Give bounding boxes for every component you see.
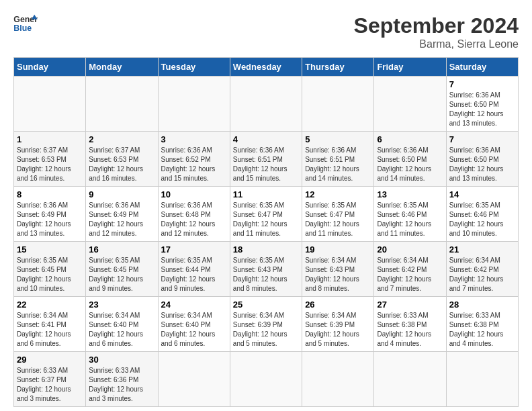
page-header: General Blue September 2024 Barma, Sierr… bbox=[13, 13, 519, 50]
day-info: Sunrise: 6:36 AMSunset: 6:50 PMDaylight:… bbox=[377, 146, 431, 182]
calendar-table: SundayMondayTuesdayWednesdayThursdayFrid… bbox=[13, 57, 519, 407]
day-info: Sunrise: 6:34 AMSunset: 6:43 PMDaylight:… bbox=[305, 257, 359, 292]
day-info: Sunrise: 6:36 AMSunset: 6:52 PMDaylight:… bbox=[161, 146, 216, 182]
title-section: September 2024 Barma, Sierra Leone bbox=[354, 13, 519, 50]
day-number: 28 bbox=[449, 300, 515, 310]
calendar-cell: 2Sunrise: 6:37 AMSunset: 6:53 PMDaylight… bbox=[86, 132, 158, 187]
calendar-cell: 1Sunrise: 6:37 AMSunset: 6:53 PMDaylight… bbox=[14, 132, 86, 187]
day-number: 20 bbox=[377, 244, 443, 255]
calendar-cell bbox=[158, 77, 230, 132]
calendar-cell: 30Sunrise: 6:33 AMSunset: 6:36 PMDayligh… bbox=[86, 352, 158, 407]
day-number: 2 bbox=[89, 134, 154, 144]
day-info: Sunrise: 6:35 AMSunset: 6:45 PMDaylight:… bbox=[17, 257, 71, 292]
day-number: 24 bbox=[161, 300, 227, 310]
day-info: Sunrise: 6:34 AMSunset: 6:40 PMDaylight:… bbox=[89, 312, 143, 347]
calendar-cell: 6Sunrise: 6:36 AMSunset: 6:50 PMDaylight… bbox=[374, 132, 446, 187]
calendar-body: 7Sunrise: 6:36 AMSunset: 6:50 PMDaylight… bbox=[14, 77, 519, 407]
day-number: 1 bbox=[17, 134, 83, 144]
calendar-week-2: 8Sunrise: 6:36 AMSunset: 6:49 PMDaylight… bbox=[14, 187, 519, 242]
day-info: Sunrise: 6:35 AMSunset: 6:43 PMDaylight:… bbox=[233, 257, 287, 292]
calendar-cell: 12Sunrise: 6:35 AMSunset: 6:47 PMDayligh… bbox=[302, 187, 374, 242]
calendar-cell: 3Sunrise: 6:36 AMSunset: 6:52 PMDaylight… bbox=[158, 132, 230, 187]
calendar-cell: 17Sunrise: 6:35 AMSunset: 6:44 PMDayligh… bbox=[158, 242, 230, 297]
calendar-cell: 7Sunrise: 6:36 AMSunset: 6:50 PMDaylight… bbox=[446, 132, 518, 187]
calendar-cell: 22Sunrise: 6:34 AMSunset: 6:41 PMDayligh… bbox=[14, 297, 86, 352]
day-info: Sunrise: 6:34 AMSunset: 6:42 PMDaylight:… bbox=[449, 257, 504, 292]
calendar-cell: 19Sunrise: 6:34 AMSunset: 6:43 PMDayligh… bbox=[302, 242, 374, 297]
day-number: 26 bbox=[305, 300, 371, 310]
day-info: Sunrise: 6:34 AMSunset: 6:39 PMDaylight:… bbox=[305, 312, 359, 347]
day-number: 14 bbox=[449, 189, 515, 199]
day-info: Sunrise: 6:37 AMSunset: 6:53 PMDaylight:… bbox=[89, 146, 143, 182]
day-info: Sunrise: 6:35 AMSunset: 6:44 PMDaylight:… bbox=[161, 257, 216, 292]
day-number: 22 bbox=[17, 300, 83, 310]
calendar-cell: 26Sunrise: 6:34 AMSunset: 6:39 PMDayligh… bbox=[302, 297, 374, 352]
day-number: 25 bbox=[233, 300, 299, 310]
day-number: 5 bbox=[305, 134, 371, 144]
day-info: Sunrise: 6:35 AMSunset: 6:45 PMDaylight:… bbox=[89, 257, 143, 292]
calendar-cell: 21Sunrise: 6:34 AMSunset: 6:42 PMDayligh… bbox=[446, 242, 518, 297]
calendar-cell: 11Sunrise: 6:35 AMSunset: 6:47 PMDayligh… bbox=[230, 187, 302, 242]
calendar-cell bbox=[302, 77, 374, 132]
day-number: 7 bbox=[449, 79, 515, 89]
day-info: Sunrise: 6:34 AMSunset: 6:42 PMDaylight:… bbox=[377, 257, 431, 292]
calendar-cell: 13Sunrise: 6:35 AMSunset: 6:46 PMDayligh… bbox=[374, 187, 446, 242]
calendar-cell bbox=[374, 352, 446, 407]
calendar-cell: 15Sunrise: 6:35 AMSunset: 6:45 PMDayligh… bbox=[14, 242, 86, 297]
calendar-cell: 10Sunrise: 6:36 AMSunset: 6:48 PMDayligh… bbox=[158, 187, 230, 242]
calendar-week-5: 29Sunrise: 6:33 AMSunset: 6:37 PMDayligh… bbox=[14, 352, 519, 407]
day-number: 8 bbox=[17, 189, 83, 199]
weekday-thursday: Thursday bbox=[302, 58, 374, 77]
day-number: 10 bbox=[161, 189, 227, 199]
location: Barma, Sierra Leone bbox=[354, 38, 519, 50]
calendar-cell: 5Sunrise: 6:36 AMSunset: 6:51 PMDaylight… bbox=[302, 132, 374, 187]
calendar-cell bbox=[158, 352, 230, 407]
weekday-wednesday: Wednesday bbox=[230, 58, 302, 77]
calendar-week-1: 1Sunrise: 6:37 AMSunset: 6:53 PMDaylight… bbox=[14, 132, 519, 187]
calendar-cell: 14Sunrise: 6:35 AMSunset: 6:46 PMDayligh… bbox=[446, 187, 518, 242]
calendar-cell: 16Sunrise: 6:35 AMSunset: 6:45 PMDayligh… bbox=[86, 242, 158, 297]
day-info: Sunrise: 6:34 AMSunset: 6:39 PMDaylight:… bbox=[233, 312, 287, 347]
calendar-week-0: 7Sunrise: 6:36 AMSunset: 6:50 PMDaylight… bbox=[14, 77, 519, 132]
day-info: Sunrise: 6:34 AMSunset: 6:40 PMDaylight:… bbox=[161, 312, 216, 347]
day-number: 17 bbox=[161, 244, 227, 255]
calendar-cell: 20Sunrise: 6:34 AMSunset: 6:42 PMDayligh… bbox=[374, 242, 446, 297]
calendar-week-4: 22Sunrise: 6:34 AMSunset: 6:41 PMDayligh… bbox=[14, 297, 519, 352]
logo: General Blue bbox=[13, 13, 38, 34]
day-info: Sunrise: 6:35 AMSunset: 6:46 PMDaylight:… bbox=[377, 201, 431, 237]
calendar-cell bbox=[374, 77, 446, 132]
day-number: 4 bbox=[233, 134, 299, 144]
day-info: Sunrise: 6:35 AMSunset: 6:46 PMDaylight:… bbox=[449, 201, 504, 237]
calendar-cell bbox=[86, 77, 158, 132]
calendar-week-3: 15Sunrise: 6:35 AMSunset: 6:45 PMDayligh… bbox=[14, 242, 519, 297]
day-number: 13 bbox=[377, 189, 443, 199]
day-info: Sunrise: 6:36 AMSunset: 6:50 PMDaylight:… bbox=[449, 146, 504, 182]
calendar-cell: 25Sunrise: 6:34 AMSunset: 6:39 PMDayligh… bbox=[230, 297, 302, 352]
svg-text:Blue: Blue bbox=[13, 24, 32, 33]
calendar-cell: 4Sunrise: 6:36 AMSunset: 6:51 PMDaylight… bbox=[230, 132, 302, 187]
day-info: Sunrise: 6:35 AMSunset: 6:47 PMDaylight:… bbox=[305, 201, 359, 237]
day-number: 30 bbox=[89, 355, 154, 365]
day-info: Sunrise: 6:33 AMSunset: 6:36 PMDaylight:… bbox=[89, 367, 143, 402]
calendar-cell bbox=[14, 77, 86, 132]
day-info: Sunrise: 6:33 AMSunset: 6:38 PMDaylight:… bbox=[449, 312, 504, 347]
day-info: Sunrise: 6:33 AMSunset: 6:37 PMDaylight:… bbox=[17, 367, 71, 402]
day-info: Sunrise: 6:36 AMSunset: 6:49 PMDaylight:… bbox=[17, 201, 71, 237]
weekday-monday: Monday bbox=[86, 58, 158, 77]
day-info: Sunrise: 6:34 AMSunset: 6:41 PMDaylight:… bbox=[17, 312, 71, 347]
calendar-cell bbox=[446, 352, 518, 407]
day-number: 29 bbox=[17, 355, 83, 365]
day-number: 3 bbox=[161, 134, 227, 144]
day-number: 15 bbox=[17, 244, 83, 255]
day-number: 21 bbox=[449, 244, 515, 255]
day-number: 23 bbox=[89, 300, 154, 310]
calendar-cell: 27Sunrise: 6:33 AMSunset: 6:38 PMDayligh… bbox=[374, 297, 446, 352]
day-info: Sunrise: 6:36 AMSunset: 6:48 PMDaylight:… bbox=[161, 201, 216, 237]
calendar-cell: 24Sunrise: 6:34 AMSunset: 6:40 PMDayligh… bbox=[158, 297, 230, 352]
calendar-cell bbox=[302, 352, 374, 407]
day-number: 11 bbox=[233, 189, 299, 199]
day-info: Sunrise: 6:36 AMSunset: 6:51 PMDaylight:… bbox=[305, 146, 359, 182]
day-number: 6 bbox=[377, 134, 443, 144]
weekday-friday: Friday bbox=[374, 58, 446, 77]
day-info: Sunrise: 6:33 AMSunset: 6:38 PMDaylight:… bbox=[377, 312, 431, 347]
